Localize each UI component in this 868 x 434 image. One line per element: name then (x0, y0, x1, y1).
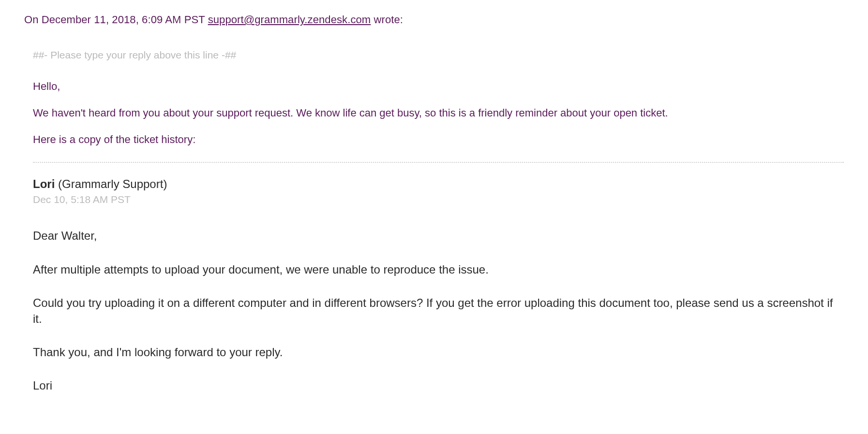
ticket-body: Dear Walter, After multiple attempts to … (33, 228, 844, 393)
reply-above-line-marker: ##- Please type your reply above this li… (33, 49, 844, 61)
intro-paragraph-reminder: We haven't heard from you about your sup… (33, 105, 844, 121)
intro-paragraph-history: Here is a copy of the ticket history: (33, 131, 844, 147)
ticket-sender-line: Lori (Grammarly Support) (33, 176, 844, 192)
quoted-header-suffix: wrote: (371, 14, 403, 26)
ticket-body-p4: Thank you, and I'm looking forward to yo… (33, 344, 844, 360)
ticket-sender-name: Lori (33, 177, 55, 190)
ticket-body-salutation: Dear Walter, (33, 228, 844, 244)
section-divider (33, 162, 844, 163)
ticket-timestamp: Dec 10, 5:18 AM PST (33, 194, 844, 205)
ticket-sender-org: (Grammarly Support) (55, 177, 167, 190)
ticket-body-signature: Lori (33, 377, 844, 393)
quoted-header-prefix: On December 11, 2018, 6:09 AM PST (24, 14, 208, 26)
intro-message: Hello, We haven't heard from you about y… (33, 78, 844, 147)
ticket-body-p3: Could you try uploading it on a differen… (33, 295, 844, 327)
sender-email-link[interactable]: support@grammarly.zendesk.com (208, 14, 371, 26)
intro-greeting: Hello, (33, 78, 844, 94)
quoted-email-header: On December 11, 2018, 6:09 AM PST suppor… (24, 14, 844, 26)
ticket-body-p2: After multiple attempts to upload your d… (33, 261, 844, 277)
